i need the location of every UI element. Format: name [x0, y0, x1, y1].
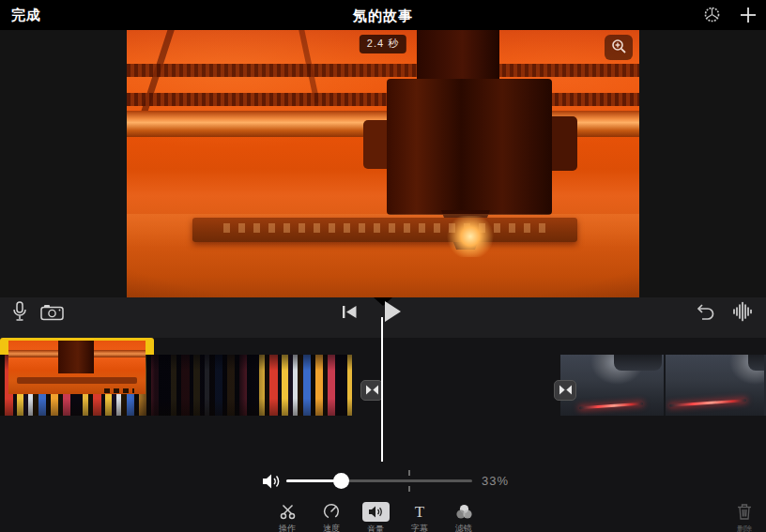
- top-bar-actions: [703, 4, 757, 28]
- selected-clip-marks: [104, 388, 134, 393]
- pinch-zoom-button[interactable]: [605, 35, 633, 60]
- timeline-clip-laser-lab[interactable]: [560, 355, 766, 416]
- selected-clip-thumbnail: [8, 341, 146, 394]
- speaker-icon: [362, 502, 390, 522]
- edit-toolbar: 操作 速度 音量 T 字幕: [0, 502, 766, 532]
- timeline[interactable]: [0, 338, 766, 464]
- volume-slider[interactable]: [286, 464, 472, 498]
- volume-percent-label: 33%: [482, 474, 509, 488]
- video-preview[interactable]: 2.4 秒: [127, 30, 639, 297]
- tool-label: 操作: [279, 523, 296, 532]
- laser-lab-arm: [748, 355, 764, 371]
- play-button[interactable]: [384, 301, 402, 325]
- titles-t-icon: T: [412, 502, 427, 521]
- tool-filters[interactable]: 滤镜: [451, 502, 477, 532]
- laser-lab-thumbnail: [666, 355, 764, 416]
- trash-icon: [737, 503, 752, 523]
- camera-icon: [40, 304, 64, 324]
- volume-default-tick: [408, 470, 410, 476]
- transition-bowtie-icon: [559, 384, 573, 398]
- tool-volume-selected[interactable]: 音量: [362, 502, 389, 532]
- transition-bowtie-icon: [365, 384, 379, 398]
- timeline-clip-selected-laser-engraver[interactable]: [0, 338, 154, 397]
- playhead: [381, 317, 383, 462]
- tool-titles[interactable]: T 字幕: [406, 502, 433, 532]
- play-icon: [384, 301, 402, 325]
- tool-label: 字幕: [411, 523, 428, 532]
- svg-text:T: T: [415, 504, 425, 520]
- record-voiceover-button[interactable]: [12, 301, 27, 326]
- plus-icon: [740, 7, 757, 26]
- microphone-icon: [12, 301, 27, 326]
- undo-button[interactable]: [695, 304, 715, 323]
- volume-slider-knob[interactable]: [333, 473, 349, 489]
- transition-button[interactable]: [360, 380, 383, 401]
- preview-area: 2.4 秒: [0, 30, 766, 297]
- filters-circles-icon: [455, 502, 473, 521]
- delete-clip-button[interactable]: 删除: [730, 503, 758, 532]
- selected-clip-workpiece: [17, 377, 137, 384]
- skip-to-start-icon: [342, 305, 358, 322]
- capture-camera-button[interactable]: [40, 304, 64, 324]
- transport-bar: [0, 297, 766, 338]
- laser-beam: [579, 403, 643, 410]
- speaker-icon: [262, 472, 283, 494]
- skip-to-start-button[interactable]: [342, 305, 358, 322]
- laser-beam: [669, 399, 746, 407]
- scissors-icon: [280, 502, 296, 521]
- tool-actions[interactable]: 操作: [274, 502, 300, 532]
- volume-default-tick: [408, 486, 410, 492]
- add-media-button[interactable]: [740, 7, 757, 26]
- video-scene-vignette: [127, 30, 639, 297]
- laser-lab-arm: [614, 355, 662, 371]
- clip-duration-badge: 2.4 秒: [360, 35, 406, 53]
- project-settings-button[interactable]: [703, 6, 721, 26]
- project-title: 氖的故事: [0, 8, 766, 25]
- audio-ducking-button[interactable]: [732, 301, 753, 325]
- volume-panel: 33%: [0, 464, 766, 502]
- speed-gauge-icon: [323, 502, 340, 521]
- selected-clip-printhead: [58, 341, 94, 373]
- transition-button[interactable]: [554, 380, 576, 401]
- tool-label: 速度: [323, 523, 340, 532]
- top-bar: 完成 氖的故事: [0, 0, 766, 30]
- audio-waveform-icon: [732, 301, 753, 325]
- delete-label: 删除: [737, 524, 752, 532]
- gear-icon: [703, 6, 721, 26]
- tool-label: 音量: [367, 524, 384, 532]
- magnifier-plus-icon: [611, 38, 627, 57]
- tool-label: 滤镜: [455, 523, 472, 532]
- tool-speed[interactable]: 速度: [318, 502, 345, 532]
- undo-icon: [695, 304, 715, 323]
- imovie-editor: 完成 氖的故事: [0, 0, 766, 532]
